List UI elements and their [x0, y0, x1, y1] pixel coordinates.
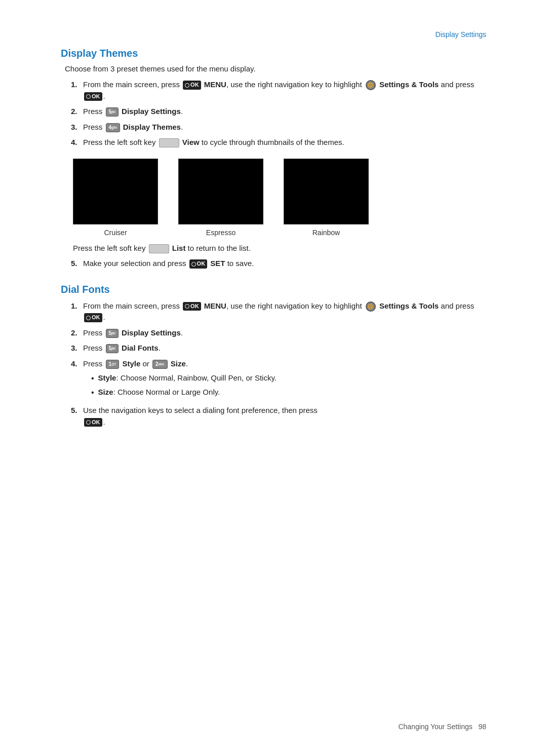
- step-1: 1. From the main screen, press OK MENU, …: [71, 79, 486, 102]
- footer-text: Changing Your Settings: [398, 723, 472, 731]
- df-step-5-content: Use the navigation keys to select a dial…: [83, 405, 486, 428]
- theme-espresso: Espresso: [178, 159, 263, 237]
- dial-fonts-title: Dial Fonts: [61, 284, 486, 295]
- df-step-1-content: From the main screen, press OK MENU, use…: [83, 300, 486, 323]
- header-section-label: Display Settings: [61, 30, 486, 39]
- footer-page-num: 98: [478, 723, 486, 731]
- soft-key-view: [159, 138, 179, 147]
- df-step-2: 2. Press 5jkl Display Settings.: [71, 327, 486, 339]
- df-step-3-content: Press 5jkl Dial Fonts.: [83, 343, 486, 354]
- bullet-style-text: Style: Choose Normal, Rainbow, Quill Pen…: [98, 372, 277, 384]
- df-step-2-content: Press 5jkl Display Settings.: [83, 327, 486, 339]
- ok-circle-df-final: [86, 420, 91, 425]
- display-themes-steps: 1. From the main screen, press OK MENU, …: [71, 79, 486, 148]
- bullet-style: • Style: Choose Normal, Rainbow, Quill P…: [91, 372, 486, 385]
- gear-icon-1: [366, 80, 376, 90]
- bullet-size-text: Size: Choose Normal or Large Only.: [98, 387, 220, 398]
- display-themes-section: Display Themes Choose from 3 preset them…: [61, 48, 486, 270]
- theme-thumb-rainbow: [284, 159, 369, 224]
- soft-key-list: [149, 244, 169, 253]
- df-step-5: 5. Use the navigation keys to select a d…: [71, 405, 486, 428]
- theme-cruiser: Cruiser: [73, 159, 158, 237]
- step-4: 4. Press the left soft key View to cycle…: [71, 137, 486, 148]
- df-step-5-num: 5.: [71, 405, 83, 417]
- key-2abc: 2abc: [152, 360, 168, 369]
- df-step-4-num: 4.: [71, 358, 83, 370]
- key-5jkl-df: 5jkl: [106, 329, 119, 338]
- ok-circle-df1: [185, 304, 189, 309]
- ok-badge-df-final: OK: [84, 418, 102, 427]
- theme-thumb-cruiser: [73, 159, 158, 224]
- dial-fonts-section: Dial Fonts 1. From the main screen, pres…: [61, 284, 486, 428]
- df-step-1: 1. From the main screen, press OK MENU, …: [71, 300, 486, 323]
- step-5: 5. Make your selection and press OK SET …: [71, 258, 486, 270]
- key-1at: 1@!: [106, 360, 120, 369]
- ok-badge-set: OK: [189, 259, 208, 268]
- step-2-num: 2.: [71, 106, 83, 118]
- step-3: 3. Press 4ghi Display Themes.: [71, 122, 486, 133]
- press-list-line: Press the left soft key List to return t…: [73, 243, 486, 254]
- ok-badge-2: OK: [84, 92, 102, 101]
- df-step-4: 4. Press 1@! Style or 2abc Size. • Style…: [71, 358, 486, 401]
- dial-fonts-steps: 1. From the main screen, press OK MENU, …: [71, 300, 486, 428]
- ok-circle-df2: [86, 316, 91, 320]
- ok-circle: [185, 83, 189, 88]
- step-1-num: 1.: [71, 79, 83, 91]
- theme-label-rainbow: Rainbow: [312, 229, 340, 237]
- df-step-2-num: 2.: [71, 327, 83, 339]
- themes-row: Cruiser Espresso Rainbow: [73, 159, 486, 237]
- df-step-4-content: Press 1@! Style or 2abc Size. • Style: C…: [83, 358, 486, 401]
- step-3-content: Press 4ghi Display Themes.: [83, 122, 486, 133]
- page-footer: Changing Your Settings 98: [398, 723, 486, 731]
- ok-badge-df1: OK: [183, 302, 201, 311]
- step-5-content: Make your selection and press OK SET to …: [83, 258, 486, 270]
- display-themes-intro: Choose from 3 preset themes used for the…: [65, 64, 486, 73]
- df-step-3-num: 3.: [71, 343, 83, 354]
- step-4-num: 4.: [71, 137, 83, 148]
- bullet-size: • Size: Choose Normal or Large Only.: [91, 387, 486, 399]
- step-4-content: Press the left soft key View to cycle th…: [83, 137, 486, 148]
- step-2-content: Press 5jkl Display Settings.: [83, 106, 486, 118]
- step-1-content: From the main screen, press OK MENU, use…: [83, 79, 486, 102]
- df-step-1-num: 1.: [71, 300, 83, 312]
- ok-circle-set: [191, 262, 196, 267]
- key-5jkl-1: 5jkl: [106, 107, 119, 117]
- step-3-num: 3.: [71, 122, 83, 133]
- theme-thumb-espresso: [178, 159, 263, 224]
- theme-label-espresso: Espresso: [206, 229, 236, 237]
- ok-circle-2: [86, 94, 91, 99]
- theme-rainbow: Rainbow: [284, 159, 369, 237]
- gear-icon-df1: [366, 301, 376, 312]
- df-step-3: 3. Press 5jkl Dial Fonts.: [71, 343, 486, 354]
- theme-label-cruiser: Cruiser: [104, 229, 127, 237]
- dial-fonts-bullets: • Style: Choose Normal, Rainbow, Quill P…: [91, 372, 486, 399]
- ok-badge-df2: OK: [84, 313, 102, 322]
- step-2: 2. Press 5jkl Display Settings.: [71, 106, 486, 118]
- display-themes-title: Display Themes: [61, 48, 486, 59]
- ok-badge-1: OK: [183, 81, 201, 89]
- step5-list: 5. Make your selection and press OK SET …: [71, 258, 486, 270]
- page-container: Display Settings Display Themes Choose f…: [0, 0, 547, 472]
- key-4ghi: 4ghi: [106, 123, 120, 132]
- key-5jkl-df2: 5jkl: [106, 344, 119, 353]
- step-5-num: 5.: [71, 258, 83, 270]
- bullet-dot-2: •: [91, 387, 94, 399]
- bullet-dot-1: •: [91, 372, 94, 385]
